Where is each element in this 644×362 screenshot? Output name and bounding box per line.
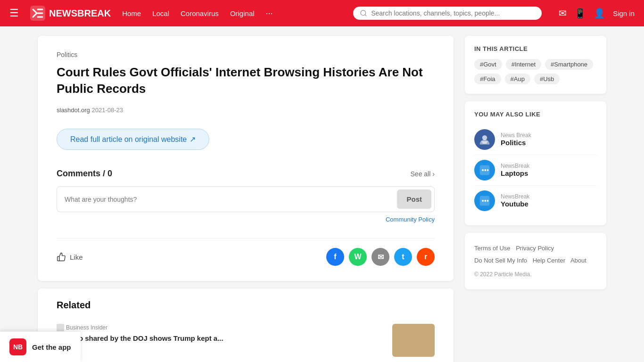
source-name: slashdot.org <box>57 107 90 114</box>
post-button[interactable]: Post <box>397 189 431 209</box>
hamburger-menu[interactable]: ☰ <box>9 7 19 19</box>
tags-container: #Govt #Internet #Smartphone #Foia #Aup #… <box>474 59 597 84</box>
provider-newsbreak-laptops: NewsBreak <box>501 163 529 169</box>
svg-rect-3 <box>482 141 488 142</box>
search-icon <box>360 9 367 17</box>
share-twitter-button[interactable]: t <box>394 248 412 266</box>
comment-input[interactable] <box>57 189 394 210</box>
newsbreak-logo[interactable]: NEWSBREAK <box>30 6 111 21</box>
external-link-icon: ↗ <box>190 135 196 144</box>
account-icon[interactable]: 👤 <box>594 8 605 19</box>
in-this-article-title: IN THIS ARTICLE <box>474 45 597 52</box>
messages-icon[interactable]: ✉ <box>559 8 567 19</box>
also-like-politics-info: News Break Politics <box>501 132 531 147</box>
sidebar: IN THIS ARTICLE #Govt #Internet #Smartph… <box>465 36 606 297</box>
channel-laptops: Laptops <box>501 169 528 177</box>
tag-smartphone[interactable]: #Smartphone <box>545 59 593 70</box>
tag-usb[interactable]: #Usb <box>534 74 560 84</box>
footer-links: Terms of Use Privacy Policy Do Not Sell … <box>465 233 606 289</box>
related-item-content: Business Insider A photo shared by the D… <box>57 324 385 343</box>
related-source-name: Business Insider <box>66 324 107 331</box>
nav-coronavirus[interactable]: Coronavirus <box>181 9 219 17</box>
share-email-button[interactable]: ✉ <box>372 248 389 266</box>
logo-text: NEWSBREAK <box>49 8 111 19</box>
svg-point-12 <box>487 200 489 202</box>
tag-foia[interactable]: #Foia <box>474 74 501 84</box>
main-content: Politics Court Rules Govt Officials' Int… <box>38 36 454 362</box>
article-title: Court Rules Govt Officials' Internet Bro… <box>57 64 435 97</box>
comment-input-area: Post <box>57 186 435 212</box>
privacy-policy-link[interactable]: Privacy Policy <box>516 245 554 252</box>
see-all-link[interactable]: See all › <box>411 170 435 178</box>
search-bar <box>353 7 542 20</box>
mobile-icon[interactable]: 📱 <box>574 8 586 19</box>
you-may-also-like-card: YOU MAY ALSO LIKE News Break Politics <box>465 101 606 225</box>
politics-icon <box>479 133 491 146</box>
search-input[interactable] <box>371 9 535 17</box>
header-actions: ✉ 📱 👤 Sign in <box>559 8 635 19</box>
article-footer: Like f W ✉ t r <box>57 238 435 266</box>
chevron-right-icon: › <box>432 170 435 178</box>
provider-newsbreak-youtube: NewsBreak <box>501 193 529 200</box>
terms-of-use-link[interactable]: Terms of Use <box>474 245 511 252</box>
article-source: slashdot.org 2021-08-23 <box>57 107 435 114</box>
provider-news-break: News Break <box>501 132 531 139</box>
also-like-politics[interactable]: News Break Politics <box>474 124 597 155</box>
main-nav: Home Local Coronavirus Original ··· <box>122 8 272 18</box>
related-item-title: A photo shared by the DOJ shows Trump ke… <box>57 333 385 343</box>
get-app-banner[interactable]: NB Get the app <box>0 331 81 362</box>
read-full-article-button[interactable]: Read full article on original website ↗ <box>57 129 209 150</box>
also-like-laptops-info: NewsBreak Laptops <box>501 163 529 178</box>
read-full-label: Read full article on original website <box>70 135 187 144</box>
comments-title: Comments / 0 <box>57 169 112 179</box>
share-reddit-button[interactable]: r <box>417 248 435 266</box>
related-title: Related <box>57 300 435 311</box>
get-app-label: Get the app <box>32 343 71 351</box>
share-buttons: f W ✉ t r <box>326 248 435 266</box>
source-date-val: 2021-08-23 <box>91 107 123 114</box>
newsbreak-icon-2 <box>479 195 491 207</box>
tag-aup[interactable]: #Aup <box>505 74 530 84</box>
help-center-link[interactable]: Help Center <box>533 257 565 264</box>
politics-avatar <box>474 129 495 150</box>
also-like-laptops[interactable]: NewsBreak Laptops <box>474 155 597 186</box>
share-facebook-button[interactable]: f <box>326 248 344 266</box>
also-like-title: YOU MAY ALSO LIKE <box>474 111 597 118</box>
thumbs-up-icon <box>57 252 66 262</box>
about-link[interactable]: About <box>570 257 586 264</box>
get-app-logo: NB <box>9 338 26 355</box>
tag-internet[interactable]: #Internet <box>506 59 541 70</box>
tag-govt[interactable]: #Govt <box>474 59 502 70</box>
newsbreak-icon <box>479 164 491 176</box>
nav-more[interactable]: ··· <box>266 8 273 18</box>
also-like-youtube[interactable]: NewsBreak Youtube <box>474 186 597 216</box>
list-item[interactable]: Business Insider A photo shared by the D… <box>57 318 435 362</box>
do-not-sell-link[interactable]: Do Not Sell My Info <box>474 257 527 264</box>
sign-in-button[interactable]: Sign in <box>613 9 635 17</box>
comments-separator: / <box>103 169 107 178</box>
youtube-avatar <box>474 190 495 211</box>
like-button[interactable]: Like <box>57 252 83 262</box>
channel-politics: Politics <box>501 139 526 147</box>
like-label: Like <box>70 253 83 261</box>
related-source: Business Insider <box>57 324 385 331</box>
nav-local[interactable]: Local <box>152 9 169 17</box>
article-category: Politics <box>57 51 435 58</box>
comments-count: 0 <box>107 169 112 178</box>
related-item-thumbnail <box>392 324 435 357</box>
channel-youtube: Youtube <box>501 200 528 208</box>
related-section: Related Business Insider A photo shared … <box>38 288 454 362</box>
share-whatsapp-button[interactable]: W <box>349 248 367 266</box>
svg-point-1 <box>361 10 366 16</box>
svg-point-2 <box>482 135 487 140</box>
svg-point-10 <box>482 200 484 202</box>
community-policy-link[interactable]: Community Policy <box>57 216 435 223</box>
svg-point-6 <box>482 169 484 171</box>
nav-home[interactable]: Home <box>122 9 141 17</box>
svg-point-11 <box>484 200 486 202</box>
nav-original[interactable]: Original <box>230 9 255 17</box>
svg-point-8 <box>487 169 489 171</box>
svg-point-7 <box>484 169 486 171</box>
comments-label: Comments <box>57 169 100 178</box>
copyright-text: © 2022 Particle Media. <box>474 269 597 280</box>
